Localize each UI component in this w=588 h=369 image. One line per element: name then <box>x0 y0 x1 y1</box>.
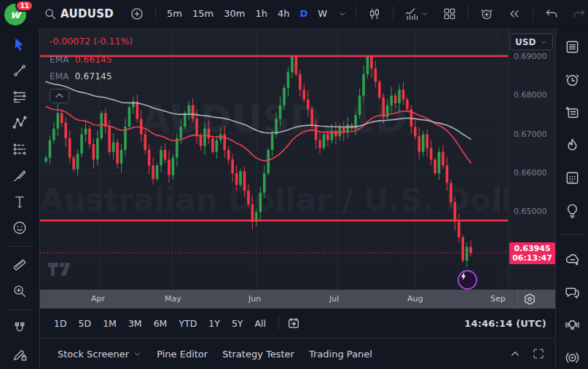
chart-style-button[interactable] <box>362 3 387 25</box>
price-change-readout: -0.00072 (-0.11%) <box>50 36 133 47</box>
range-5y[interactable]: 5Y <box>227 315 248 332</box>
streams-icon[interactable] <box>562 349 581 366</box>
ruler-icon[interactable] <box>7 257 32 273</box>
divider <box>533 6 533 22</box>
timeframe-5m[interactable]: 5m <box>162 3 187 25</box>
range-1m[interactable]: 1M <box>98 315 122 332</box>
divider <box>278 316 279 330</box>
panel-tab-strategy-tester[interactable]: Strategy Tester <box>215 344 302 364</box>
panel-tab-trading-panel[interactable]: Trading Panel <box>302 344 380 364</box>
range-1d[interactable]: 1D <box>49 315 72 332</box>
collapse-legend-button[interactable] <box>50 89 69 103</box>
undo-button[interactable] <box>539 3 564 25</box>
go-to-date-icon[interactable] <box>286 316 301 330</box>
plus-circle-icon <box>130 7 144 21</box>
range-1y[interactable]: 1Y <box>203 315 225 332</box>
price-tick: 0.68000 <box>514 90 547 100</box>
emoji-icon[interactable] <box>7 220 32 236</box>
forecast-icon[interactable] <box>7 141 32 157</box>
draw-lock-icon[interactable] <box>7 346 32 362</box>
candlestick-style-icon <box>367 7 382 21</box>
broker-logo[interactable]: w 11 <box>4 1 29 26</box>
notification-badge: 11 <box>15 0 34 12</box>
timeframe-W[interactable]: W <box>313 3 332 25</box>
currency-selector[interactable]: USD <box>510 33 553 50</box>
tradingview-app: w 11 AUDUSD 5m15m30m1h4hDW <box>0 0 588 369</box>
time-tick: Aug <box>407 294 423 303</box>
cursor-icon[interactable] <box>7 36 32 52</box>
time-axis[interactable]: AprMayJunJulAugSep <box>40 290 555 309</box>
hotlist-icon[interactable] <box>562 136 581 154</box>
zoom-in-icon[interactable] <box>7 283 32 299</box>
time-tick: Apr <box>91 294 105 303</box>
indicators-icon <box>404 7 419 21</box>
top-toolbar: w 11 AUDUSD 5m15m30m1h4hDW <box>0 0 588 28</box>
price-tick: 0.67000 <box>514 130 547 139</box>
ideas-icon[interactable] <box>562 202 581 219</box>
divider <box>468 6 469 22</box>
bar-replay-button[interactable] <box>502 3 527 25</box>
chevron-down-icon <box>133 349 142 359</box>
search-icon <box>43 7 58 21</box>
range-5d[interactable]: 5D <box>74 315 97 332</box>
trend-line-icon[interactable] <box>7 63 32 79</box>
price-tick: 0.66000 <box>514 168 547 178</box>
price-scale[interactable]: USD 0.690000.680000.670000.660000.65000 … <box>508 28 555 290</box>
symbol-search-button[interactable]: AUDUSD <box>38 3 122 25</box>
divider <box>7 246 32 247</box>
chat-icon[interactable] <box>562 283 581 301</box>
timeframe-buttons: 5m15m30m1h4hDW <box>162 3 332 25</box>
axis-settings-gear-icon[interactable] <box>522 292 537 306</box>
timeframe-30m[interactable]: 30m <box>219 3 250 25</box>
divider <box>393 6 393 22</box>
session-clock[interactable]: 14:46:14 (UTC) <box>464 318 546 329</box>
timeframe-15m[interactable]: 15m <box>187 3 219 25</box>
timeframe-menu-button[interactable] <box>335 3 350 25</box>
price-tick: 0.69000 <box>514 52 547 61</box>
fib-retracement-icon[interactable] <box>7 89 32 105</box>
magnet-icon[interactable] <box>7 320 32 336</box>
divider <box>155 6 156 22</box>
alerts-icon[interactable] <box>562 71 581 88</box>
ema-slow-legend[interactable]: EMA0.67145 <box>50 71 112 82</box>
panel-tab-stock-screener[interactable]: Stock Screener <box>50 344 149 364</box>
range-6m[interactable]: 6M <box>149 315 173 332</box>
brush-icon[interactable] <box>7 167 32 183</box>
instant-trading-button[interactable] <box>458 270 477 290</box>
timeframe-4h[interactable]: 4h <box>273 3 295 25</box>
range-ytd[interactable]: YTD <box>173 315 202 332</box>
live-ideas-icon[interactable] <box>562 316 581 333</box>
timeframe-D[interactable]: D <box>294 3 313 25</box>
divider <box>7 309 32 310</box>
chart-canvas[interactable]: AUDUSD, 1D Australian Dollar / U.S. Doll… <box>40 28 508 290</box>
time-tick: Sep <box>490 294 506 303</box>
minds-icon[interactable] <box>562 250 581 268</box>
calendar-icon[interactable] <box>562 169 581 186</box>
text-icon[interactable] <box>7 194 32 210</box>
expand-panel-icon[interactable] <box>532 347 545 360</box>
panel-tab-pine-editor[interactable]: Pine Editor <box>149 344 215 364</box>
time-tick: May <box>165 294 181 303</box>
chevron-up-icon[interactable] <box>509 347 522 360</box>
redo-icon <box>572 7 587 21</box>
replay-icon <box>507 7 522 21</box>
xabcd-pattern-icon[interactable] <box>7 115 32 131</box>
grid-layout-icon <box>442 7 457 21</box>
range-3m[interactable]: 3M <box>123 315 147 332</box>
timeframe-1h[interactable]: 1h <box>250 3 273 25</box>
ema-fast-legend[interactable]: EMA0.66145 <box>50 55 112 65</box>
layout-button[interactable] <box>437 3 462 25</box>
redo-button[interactable] <box>567 3 588 25</box>
compare-add-button[interactable] <box>125 3 149 25</box>
indicators-button[interactable] <box>399 3 434 25</box>
bottom-panel-bar: Stock ScreenerPine EditorStrategy Tester… <box>40 338 555 369</box>
chevron-down-icon <box>337 9 348 19</box>
main-area: AUDUSD, 1D Australian Dollar / U.S. Doll… <box>40 28 555 369</box>
range-all[interactable]: All <box>250 315 272 332</box>
divider <box>560 234 584 235</box>
range-buttons: 1D5D1M3M6MYTD1Y5YAll <box>49 315 271 332</box>
create-alert-button[interactable] <box>474 3 499 25</box>
news-plus-icon[interactable] <box>562 103 581 121</box>
date-range-toolbar: 1D5D1M3M6MYTD1Y5YAll 14:46:14 (UTC) <box>40 309 555 338</box>
watchlist-icon[interactable] <box>562 38 581 55</box>
